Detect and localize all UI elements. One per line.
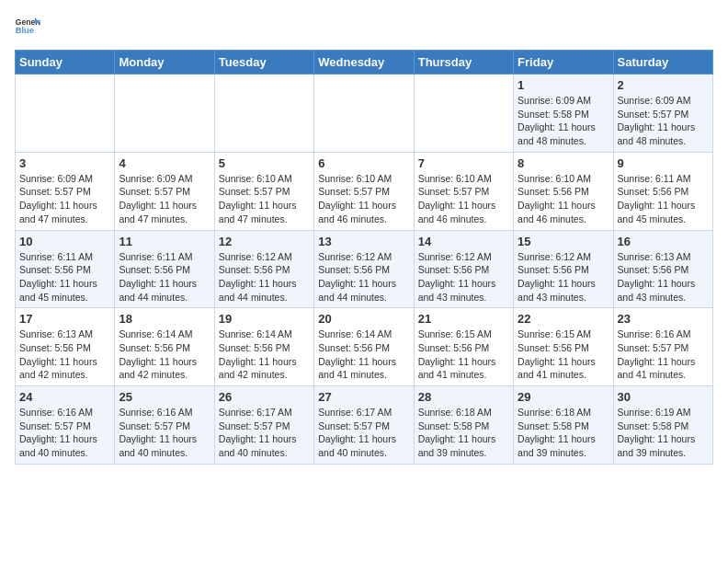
calendar-cell: 22Sunrise: 6:15 AM Sunset: 5:56 PM Dayli… [514, 308, 613, 386]
day-number: 22 [518, 312, 609, 326]
svg-text:Blue: Blue [16, 26, 34, 35]
logo: General Blue [15, 15, 40, 40]
day-info: Sunrise: 6:10 AM Sunset: 5:56 PM Dayligh… [518, 172, 609, 226]
day-number: 10 [19, 235, 110, 248]
day-number: 18 [119, 312, 210, 326]
day-number: 25 [119, 390, 210, 404]
day-number: 26 [219, 390, 310, 404]
calendar-cell: 26Sunrise: 6:17 AM Sunset: 5:57 PM Dayli… [214, 386, 313, 465]
day-number: 15 [518, 235, 609, 248]
day-info: Sunrise: 6:09 AM Sunset: 5:57 PM Dayligh… [618, 94, 709, 148]
day-info: Sunrise: 6:12 AM Sunset: 5:56 PM Dayligh… [219, 250, 310, 304]
day-number: 13 [318, 235, 409, 248]
day-number: 20 [318, 312, 409, 326]
calendar-cell: 30Sunrise: 6:19 AM Sunset: 5:58 PM Dayli… [613, 386, 712, 465]
calendar-cell: 20Sunrise: 6:14 AM Sunset: 5:56 PM Dayli… [314, 308, 414, 386]
calendar-cell: 5Sunrise: 6:10 AM Sunset: 5:57 PM Daylig… [214, 152, 313, 230]
weekday-header-friday: Friday [514, 51, 613, 75]
weekday-header-saturday: Saturday [613, 51, 712, 75]
day-info: Sunrise: 6:17 AM Sunset: 5:57 PM Dayligh… [318, 406, 409, 460]
week-row-1: 1Sunrise: 6:09 AM Sunset: 5:58 PM Daylig… [16, 75, 713, 153]
day-info: Sunrise: 6:17 AM Sunset: 5:57 PM Dayligh… [219, 406, 310, 460]
weekday-header-row: SundayMondayTuesdayWednesdayThursdayFrid… [16, 51, 713, 75]
day-info: Sunrise: 6:14 AM Sunset: 5:56 PM Dayligh… [219, 327, 310, 382]
calendar-cell: 17Sunrise: 6:13 AM Sunset: 5:56 PM Dayli… [16, 308, 115, 386]
day-number: 9 [618, 156, 709, 170]
calendar-cell [115, 75, 214, 153]
day-number: 24 [19, 390, 110, 404]
day-info: Sunrise: 6:11 AM Sunset: 5:56 PM Dayligh… [19, 250, 110, 304]
calendar-cell: 9Sunrise: 6:11 AM Sunset: 5:56 PM Daylig… [613, 152, 712, 230]
day-number: 19 [219, 312, 310, 326]
day-number: 12 [219, 235, 310, 248]
day-info: Sunrise: 6:13 AM Sunset: 5:56 PM Dayligh… [618, 250, 709, 304]
calendar-cell: 7Sunrise: 6:10 AM Sunset: 5:57 PM Daylig… [414, 152, 513, 230]
day-info: Sunrise: 6:16 AM Sunset: 5:57 PM Dayligh… [19, 406, 110, 460]
day-info: Sunrise: 6:09 AM Sunset: 5:57 PM Dayligh… [119, 172, 210, 226]
day-number: 29 [518, 390, 609, 404]
day-number: 5 [219, 156, 310, 170]
calendar-cell: 14Sunrise: 6:12 AM Sunset: 5:56 PM Dayli… [414, 230, 513, 308]
day-number: 16 [618, 235, 709, 248]
calendar-cell: 29Sunrise: 6:18 AM Sunset: 5:58 PM Dayli… [514, 386, 613, 465]
day-number: 6 [318, 156, 409, 170]
weekday-header-wednesday: Wednesday [314, 51, 414, 75]
calendar-cell: 12Sunrise: 6:12 AM Sunset: 5:56 PM Dayli… [214, 230, 313, 308]
day-info: Sunrise: 6:09 AM Sunset: 5:58 PM Dayligh… [518, 94, 609, 148]
day-number: 21 [418, 312, 509, 326]
calendar-cell: 24Sunrise: 6:16 AM Sunset: 5:57 PM Dayli… [16, 386, 115, 465]
day-info: Sunrise: 6:19 AM Sunset: 5:58 PM Dayligh… [618, 406, 709, 460]
day-info: Sunrise: 6:18 AM Sunset: 5:58 PM Dayligh… [518, 406, 609, 460]
weekday-header-monday: Monday [115, 51, 214, 75]
day-info: Sunrise: 6:10 AM Sunset: 5:57 PM Dayligh… [418, 172, 509, 226]
calendar-cell: 3Sunrise: 6:09 AM Sunset: 5:57 PM Daylig… [16, 152, 115, 230]
week-row-3: 10Sunrise: 6:11 AM Sunset: 5:56 PM Dayli… [16, 230, 713, 308]
day-info: Sunrise: 6:12 AM Sunset: 5:56 PM Dayligh… [418, 250, 509, 304]
day-number: 11 [119, 235, 210, 248]
calendar-cell: 16Sunrise: 6:13 AM Sunset: 5:56 PM Dayli… [613, 230, 712, 308]
calendar-cell: 18Sunrise: 6:14 AM Sunset: 5:56 PM Dayli… [115, 308, 214, 386]
day-info: Sunrise: 6:11 AM Sunset: 5:56 PM Dayligh… [618, 172, 709, 226]
calendar-cell: 25Sunrise: 6:16 AM Sunset: 5:57 PM Dayli… [115, 386, 214, 465]
calendar-cell: 15Sunrise: 6:12 AM Sunset: 5:56 PM Dayli… [514, 230, 613, 308]
calendar-cell [16, 75, 115, 153]
calendar-cell: 27Sunrise: 6:17 AM Sunset: 5:57 PM Dayli… [314, 386, 414, 465]
day-info: Sunrise: 6:11 AM Sunset: 5:56 PM Dayligh… [119, 250, 210, 304]
calendar-cell [314, 75, 414, 153]
weekday-header-sunday: Sunday [16, 51, 115, 75]
day-info: Sunrise: 6:16 AM Sunset: 5:57 PM Dayligh… [618, 327, 709, 382]
day-number: 4 [119, 156, 210, 170]
calendar-cell: 6Sunrise: 6:10 AM Sunset: 5:57 PM Daylig… [314, 152, 414, 230]
day-number: 30 [618, 390, 709, 404]
day-number: 28 [418, 390, 509, 404]
calendar-cell: 21Sunrise: 6:15 AM Sunset: 5:56 PM Dayli… [414, 308, 513, 386]
week-row-2: 3Sunrise: 6:09 AM Sunset: 5:57 PM Daylig… [16, 152, 713, 230]
calendar-cell: 23Sunrise: 6:16 AM Sunset: 5:57 PM Dayli… [613, 308, 712, 386]
calendar-cell: 28Sunrise: 6:18 AM Sunset: 5:58 PM Dayli… [414, 386, 513, 465]
calendar-cell: 4Sunrise: 6:09 AM Sunset: 5:57 PM Daylig… [115, 152, 214, 230]
calendar-cell [414, 75, 513, 153]
day-info: Sunrise: 6:15 AM Sunset: 5:56 PM Dayligh… [418, 327, 509, 382]
calendar-cell: 1Sunrise: 6:09 AM Sunset: 5:58 PM Daylig… [514, 75, 613, 153]
day-number: 8 [518, 156, 609, 170]
day-info: Sunrise: 6:10 AM Sunset: 5:57 PM Dayligh… [318, 172, 409, 226]
day-info: Sunrise: 6:13 AM Sunset: 5:56 PM Dayligh… [19, 327, 110, 382]
calendar-cell: 11Sunrise: 6:11 AM Sunset: 5:56 PM Dayli… [115, 230, 214, 308]
page-header: General Blue [15, 15, 713, 40]
day-info: Sunrise: 6:18 AM Sunset: 5:58 PM Dayligh… [418, 406, 509, 460]
calendar-cell: 2Sunrise: 6:09 AM Sunset: 5:57 PM Daylig… [613, 75, 712, 153]
calendar-cell: 8Sunrise: 6:10 AM Sunset: 5:56 PM Daylig… [514, 152, 613, 230]
day-number: 23 [618, 312, 709, 326]
logo-icon: General Blue [15, 15, 40, 40]
day-number: 27 [318, 390, 409, 404]
day-number: 7 [418, 156, 509, 170]
day-info: Sunrise: 6:10 AM Sunset: 5:57 PM Dayligh… [219, 172, 310, 226]
week-row-5: 24Sunrise: 6:16 AM Sunset: 5:57 PM Dayli… [16, 386, 713, 465]
weekday-header-thursday: Thursday [414, 51, 513, 75]
calendar-cell: 10Sunrise: 6:11 AM Sunset: 5:56 PM Dayli… [16, 230, 115, 308]
day-number: 1 [518, 78, 609, 92]
day-info: Sunrise: 6:12 AM Sunset: 5:56 PM Dayligh… [318, 250, 409, 304]
day-number: 3 [19, 156, 110, 170]
day-info: Sunrise: 6:15 AM Sunset: 5:56 PM Dayligh… [518, 327, 609, 382]
day-info: Sunrise: 6:14 AM Sunset: 5:56 PM Dayligh… [318, 327, 409, 382]
